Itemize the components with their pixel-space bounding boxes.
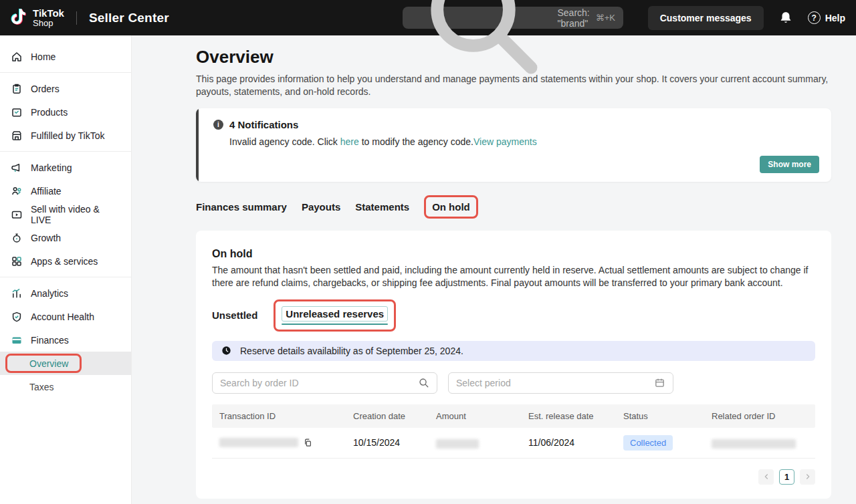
account-health-icon: [11, 311, 23, 323]
clock-icon: [221, 346, 231, 356]
annotation-box-unreleased-reserves: Unreleased reserves: [274, 299, 396, 332]
calendar-icon[interactable]: [654, 377, 665, 388]
sidebar-item-products[interactable]: Products: [0, 100, 131, 124]
active-subtab-underline: [282, 324, 388, 325]
sidebar-item-label: Products: [31, 107, 68, 118]
cell-related-order-id: [712, 437, 808, 448]
show-more-button[interactable]: Show more: [760, 156, 819, 173]
sidebar: Home Orders Products Fulfilled by TikTok…: [0, 35, 132, 504]
view-payments-link[interactable]: View payments: [473, 136, 537, 147]
redacted-amount: [436, 439, 479, 449]
search-icon[interactable]: [418, 377, 429, 388]
pagination: 1: [212, 469, 815, 485]
notification-message: Invalid agency code. Click here to modif…: [229, 136, 819, 147]
sidebar-item-finances[interactable]: Finances: [0, 328, 131, 352]
affiliate-icon: [11, 185, 23, 197]
copy-icon[interactable]: [303, 438, 313, 448]
table-row: 10/15/2024 11/06/2024 Collected: [212, 428, 815, 459]
chevron-right-icon: [804, 473, 812, 481]
col-transaction-id: Transaction ID: [219, 411, 353, 421]
sidebar-divider: [0, 151, 131, 152]
cell-amount: [436, 437, 528, 448]
col-status: Status: [623, 411, 712, 421]
tab-on-hold[interactable]: On hold: [432, 201, 470, 213]
help-icon: ?: [808, 11, 821, 24]
annotation-box-on-hold-tab: On hold: [424, 195, 478, 219]
products-icon: [11, 106, 23, 118]
topbar-right: Customer messages ? Help: [648, 6, 845, 30]
sidebar-item-marketing[interactable]: Marketing: [0, 156, 131, 179]
search-placeholder: Search: "brand": [557, 7, 589, 29]
chevron-left-icon: [762, 473, 770, 481]
analytics-icon: [11, 287, 23, 299]
current-page-button[interactable]: 1: [779, 469, 794, 485]
main-content: Overview This page provides information …: [132, 35, 856, 504]
tab-payouts[interactable]: Payouts: [302, 201, 340, 213]
global-search-input[interactable]: Search: "brand" ⌘+K: [403, 7, 623, 29]
marketing-icon: [11, 162, 23, 174]
cell-status: Collected: [623, 435, 712, 451]
notification-message-mid: to modify the agency code.: [359, 136, 473, 147]
customer-messages-button[interactable]: Customer messages: [648, 6, 764, 30]
cell-creation-date: 10/15/2024: [353, 437, 436, 448]
redacted-related-order-id: [712, 439, 796, 449]
sidebar-item-home[interactable]: Home: [0, 45, 131, 68]
sidebar-item-label: Affiliate: [31, 186, 62, 197]
app-window: TikTok Shop Seller Center Search: "brand…: [0, 0, 856, 504]
reserves-table: Transaction ID Creation date Amount Est.…: [212, 404, 815, 459]
col-est-release-date: Est. release date: [528, 411, 623, 421]
sidebar-subitem-label: Overview: [29, 358, 68, 369]
apps-icon: [11, 255, 23, 267]
orders-icon: [11, 83, 23, 95]
notifications-bell-button[interactable]: [778, 11, 793, 25]
sidebar-item-orders[interactable]: Orders: [0, 77, 131, 100]
brand-text: TikTok Shop: [33, 8, 64, 27]
order-search-field[interactable]: [212, 372, 437, 394]
sidebar-item-label: Finances: [31, 335, 69, 346]
subtab-unsettled[interactable]: Unsettled: [212, 309, 257, 321]
brand-line-1: TikTok: [33, 8, 64, 18]
tiktok-shop-logo[interactable]: TikTok Shop: [11, 8, 64, 28]
cell-est-release-date: 11/06/2024: [528, 437, 623, 448]
app-title: Seller Center: [89, 11, 169, 25]
tab-finances-summary[interactable]: Finances summary: [196, 201, 287, 213]
sidebar-item-account-health[interactable]: Account Health: [0, 305, 131, 328]
prev-page-button[interactable]: [758, 469, 774, 485]
sidebar-item-affiliate[interactable]: Affiliate: [0, 179, 131, 203]
sidebar-item-label: Analytics: [31, 288, 68, 299]
sidebar-item-label: Fulfilled by TikTok: [31, 130, 104, 141]
sidebar-item-label: Orders: [31, 84, 60, 94]
sidebar-subitem-overview[interactable]: Overview: [0, 352, 131, 375]
topbar: TikTok Shop Seller Center Search: "brand…: [0, 0, 856, 35]
sidebar-item-fulfilled-by-tiktok[interactable]: Fulfilled by TikTok: [0, 124, 131, 147]
period-select-input[interactable]: [456, 378, 649, 388]
subtab-unreleased-reserves[interactable]: Unreleased reserves: [282, 306, 388, 325]
order-search-input[interactable]: [220, 378, 413, 388]
sidebar-subitem-label: Taxes: [29, 382, 54, 392]
notification-card: i 4 Notifications Invalid agency code. C…: [196, 108, 831, 182]
next-page-button[interactable]: [800, 469, 815, 485]
sidebar-item-label: Marketing: [31, 162, 72, 173]
sidebar-item-label: Account Health: [31, 311, 94, 322]
help-button[interactable]: ? Help: [808, 11, 845, 24]
sidebar-divider: [0, 72, 131, 73]
subtab-focus-ring: Unreleased reserves: [282, 306, 388, 322]
sidebar-subitem-taxes[interactable]: Taxes: [0, 375, 131, 398]
sidebar-item-label: Home: [31, 51, 56, 62]
status-badge: Collected: [623, 435, 673, 451]
sidebar-item-growth[interactable]: Growth: [0, 226, 131, 249]
sidebar-item-apps-services[interactable]: Apps & services: [0, 249, 131, 273]
tab-statements[interactable]: Statements: [355, 201, 409, 213]
filters-row: [212, 372, 815, 394]
reserve-banner: Reserve details availability as of Septe…: [212, 341, 815, 361]
brand-line-2: Shop: [33, 19, 64, 27]
cell-transaction-id: [219, 438, 353, 448]
here-link[interactable]: here: [340, 136, 359, 147]
period-select-field[interactable]: [448, 372, 673, 394]
help-label: Help: [825, 13, 845, 23]
sidebar-item-analytics[interactable]: Analytics: [0, 281, 131, 305]
sidebar-item-sell-with-video-live[interactable]: Sell with video & LIVE: [0, 203, 131, 226]
reserve-banner-text: Reserve details availability as of Septe…: [240, 346, 463, 356]
finance-tabs: Finances summary Payouts Statements On h…: [196, 193, 831, 222]
bell-icon: [778, 11, 793, 25]
